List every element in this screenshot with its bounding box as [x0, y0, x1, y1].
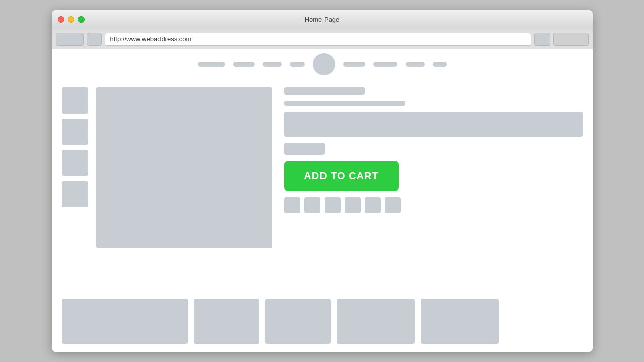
bottom-item-1[interactable] [62, 299, 188, 344]
reload-button[interactable] [87, 33, 102, 46]
product-price [284, 143, 325, 155]
bottom-item-2[interactable] [194, 299, 259, 344]
nav-action-button-1[interactable] [534, 33, 550, 46]
nav-item-5[interactable] [343, 62, 365, 67]
nav-item-3[interactable] [263, 62, 282, 67]
social-icon-1[interactable] [284, 197, 300, 213]
social-icon-6[interactable] [385, 197, 401, 213]
nav-item-6[interactable] [373, 62, 397, 67]
product-description [284, 112, 583, 137]
minimize-button[interactable] [68, 16, 74, 23]
nav-bar: http://www.webaddress.com [52, 29, 593, 49]
nav-item-7[interactable] [406, 62, 425, 67]
nav-action-button-2[interactable] [553, 33, 589, 46]
browser-window: Home Page http://www.webaddress.com [52, 10, 593, 352]
thumbnail-column [62, 87, 88, 291]
site-navigation [52, 49, 593, 79]
back-forward-buttons[interactable] [56, 33, 84, 46]
social-icon-2[interactable] [304, 197, 320, 213]
title-bar: Home Page [52, 10, 593, 29]
product-title [284, 87, 365, 95]
maximize-button[interactable] [78, 16, 85, 23]
site-logo[interactable] [313, 53, 335, 75]
url-text: http://www.webaddress.com [110, 35, 192, 43]
social-icon-4[interactable] [345, 197, 361, 213]
thumbnail-1[interactable] [62, 87, 88, 114]
product-subtitle [284, 101, 405, 106]
bottom-item-3[interactable] [265, 299, 331, 344]
address-bar[interactable]: http://www.webaddress.com [105, 33, 531, 46]
nav-item-2[interactable] [233, 62, 255, 67]
add-to-cart-label: ADD TO CART [304, 170, 378, 182]
bottom-item-4[interactable] [337, 299, 415, 344]
page-content: ADD TO CART [52, 49, 593, 352]
nav-item-1[interactable] [198, 62, 225, 67]
window-title: Home Page [305, 16, 340, 23]
main-content-area: ADD TO CART [52, 79, 593, 299]
main-product-image [96, 87, 272, 248]
nav-item-8[interactable] [433, 62, 447, 67]
nav-item-4[interactable] [290, 62, 305, 67]
thumbnail-2[interactable] [62, 119, 88, 145]
product-info-panel: ADD TO CART [280, 87, 583, 291]
thumbnail-3[interactable] [62, 150, 88, 176]
close-button[interactable] [58, 16, 64, 23]
social-icon-3[interactable] [325, 197, 341, 213]
traffic-lights [58, 16, 85, 23]
social-icon-5[interactable] [365, 197, 381, 213]
bottom-product-grid [52, 299, 593, 352]
social-icons-row [284, 197, 583, 213]
bottom-item-5[interactable] [421, 299, 499, 344]
add-to-cart-button[interactable]: ADD TO CART [284, 161, 399, 191]
thumbnail-4[interactable] [62, 181, 88, 207]
